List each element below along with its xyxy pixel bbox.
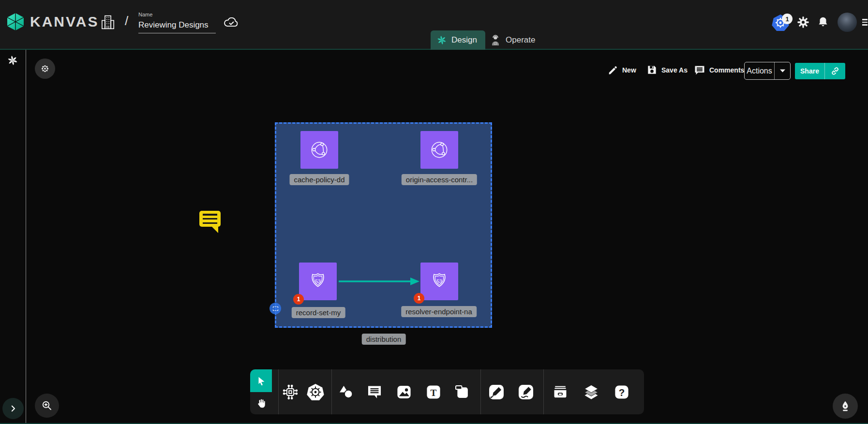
component-tool-button[interactable] [282, 383, 299, 401]
freehand-draw-tool-button[interactable] [517, 383, 535, 401]
note-tool-button[interactable] [453, 384, 471, 400]
node-record-set[interactable]: 53 [299, 263, 337, 300]
kubernetes-wheel-icon [306, 383, 325, 401]
node-cache-policy[interactable] [300, 131, 338, 169]
cloud-sync-icon[interactable] [223, 15, 239, 28]
cursor-arrow-icon [256, 376, 267, 386]
meshery-spiral-icon[interactable] [7, 55, 18, 66]
sticky-note-icon [453, 384, 471, 400]
kanvas-logo-icon[interactable] [7, 13, 24, 31]
drawer-archive-icon [551, 384, 569, 400]
route53-shield-icon: 53 [429, 271, 450, 292]
chevron-right-icon [9, 404, 17, 413]
text-tool-icon: T [425, 384, 442, 400]
cloudfront-globe-icon [428, 139, 450, 161]
pen-nib-icon [839, 400, 852, 412]
canvas-toolbar: T [250, 369, 644, 414]
group-label-distribution[interactable]: distribution [362, 334, 406, 345]
design-tab-icon [436, 35, 447, 45]
shapes-tool-button[interactable] [337, 384, 355, 400]
comment-bubble-icon [366, 384, 383, 400]
node-label-origin-access-control[interactable]: origin-access-contr... [402, 174, 477, 185]
comments-button[interactable]: Comments [694, 64, 744, 76]
share-button[interactable]: Share [795, 63, 845, 79]
component-chip-icon [282, 383, 299, 401]
save-as-button[interactable]: Save As [646, 64, 688, 75]
dock-toggle-button[interactable] [35, 58, 55, 79]
svg-text:53: 53 [436, 279, 442, 284]
help-tool-button[interactable]: ? [614, 384, 630, 400]
route53-shield-icon: 53 [307, 271, 329, 292]
comment-icon [694, 64, 705, 76]
comment-tool-button[interactable] [366, 384, 383, 400]
save-icon [646, 64, 658, 75]
kubernetes-tool-button[interactable] [306, 383, 325, 401]
share-button-label: Share [795, 63, 825, 79]
image-tool-button[interactable] [395, 384, 413, 400]
shapes-icon [337, 384, 355, 400]
node-record-set-error-badge[interactable]: 1 [293, 294, 304, 305]
node-label-record-set[interactable]: record-set-my [292, 307, 345, 318]
operate-tab-icon [490, 34, 501, 46]
text-tool-button[interactable]: T [425, 384, 442, 400]
hand-icon [256, 397, 267, 409]
actions-caret-section[interactable] [775, 62, 790, 79]
edge-record-set-to-resolver[interactable] [334, 275, 423, 288]
node-label-resolver-endpoint[interactable]: resolver-endpoint-na [401, 306, 477, 317]
cloudfront-globe-icon [308, 139, 330, 161]
edge-pen-tool-button[interactable] [488, 383, 505, 401]
breadcrumb-divider: / [125, 14, 128, 29]
node-resolver-endpoint[interactable]: 53 [420, 263, 458, 300]
expand-sidebar-button[interactable] [2, 398, 24, 419]
layers-icon [582, 383, 600, 401]
design-pen-button[interactable] [833, 394, 858, 419]
select-tool-button[interactable] [250, 369, 272, 392]
chevron-down-icon [779, 69, 786, 73]
k8s-context-count-badge: 1 [782, 14, 793, 24]
node-label-cache-policy[interactable]: cache-policy-dd [289, 174, 349, 185]
pencil-icon [608, 65, 618, 75]
link-icon [830, 66, 840, 76]
node-resolver-endpoint-error-badge[interactable]: 1 [414, 293, 424, 304]
settings-gear-icon[interactable] [796, 15, 810, 29]
actions-dropdown-label: Actions [745, 62, 775, 79]
layers-tool-button[interactable] [582, 383, 600, 401]
tab-operate[interactable]: Operate [490, 30, 535, 50]
comments-button-label: Comments [709, 66, 744, 74]
tab-design[interactable]: Design [431, 30, 485, 50]
svg-text:53: 53 [315, 279, 321, 284]
new-button[interactable]: New [608, 65, 636, 75]
image-icon [395, 384, 413, 400]
node-origin-access-control[interactable] [420, 131, 458, 169]
group-selection-handle[interactable] [269, 303, 281, 314]
new-button-label: New [622, 66, 636, 74]
left-sidebar-rail [0, 50, 26, 424]
save-as-button-label: Save As [661, 66, 688, 74]
drawer-tool-button[interactable] [551, 384, 569, 400]
pan-tool-button[interactable] [250, 392, 272, 414]
actions-dropdown-button[interactable]: Actions [744, 62, 791, 80]
comment-bubble-icon [199, 211, 221, 227]
menu-icon[interactable] [862, 17, 868, 27]
design-name-input[interactable]: Reviewing Designs [138, 20, 216, 33]
canvas-comment-marker[interactable] [199, 211, 221, 234]
flower-icon [40, 64, 50, 73]
svg-text:T: T [431, 388, 437, 398]
question-mark-icon: ? [614, 384, 630, 400]
zoom-in-button[interactable] [35, 394, 59, 418]
operate-tab-label: Operate [506, 35, 535, 45]
design-name-field: Name Reviewing Designs [138, 12, 216, 33]
user-avatar[interactable] [838, 13, 857, 32]
pen-path-icon [488, 383, 505, 401]
organization-icon[interactable] [100, 14, 116, 31]
brand-name: KANVAS [30, 14, 99, 30]
svg-text:?: ? [619, 387, 625, 398]
copy-link-section[interactable] [825, 63, 845, 79]
pencil-scribble-icon [517, 383, 535, 401]
app-header: KANVAS / Name Reviewing Designs [0, 0, 868, 50]
notifications-bell-icon[interactable] [817, 15, 829, 29]
zoom-in-icon [41, 400, 53, 411]
design-tab-label: Design [451, 35, 477, 45]
design-name-label: Name [138, 12, 216, 17]
